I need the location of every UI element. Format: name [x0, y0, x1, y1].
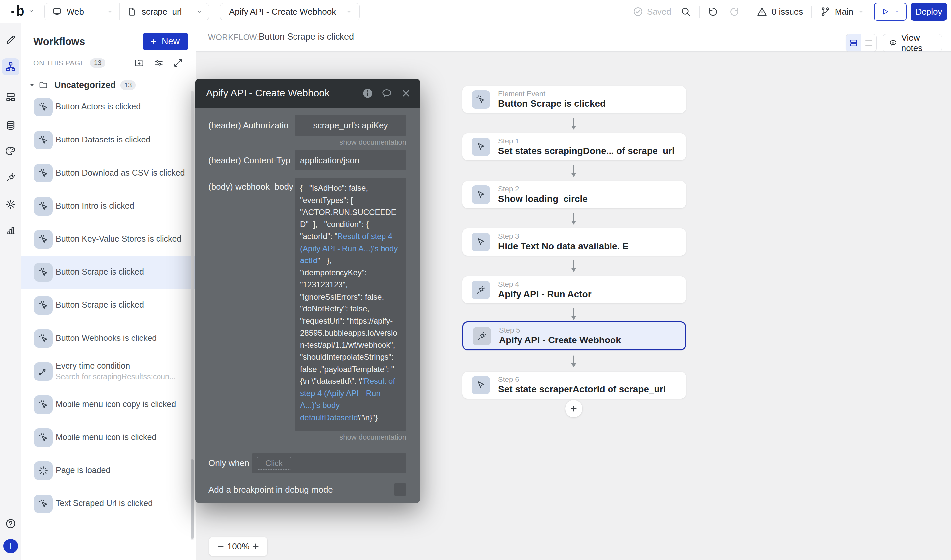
filter-sliders-icon[interactable] [153, 57, 164, 68]
help-button[interactable] [4, 517, 17, 530]
node-step-1[interactable]: Step 1 Set states scrapingDone... of scr… [462, 133, 686, 160]
backend-tab[interactable] [4, 91, 17, 103]
top-bar-actions: Saved 0 issues Main Deploy [632, 0, 951, 23]
node-kind: Step 2 [498, 185, 519, 193]
node-step-2[interactable]: Step 2 Show loading_circle [462, 181, 686, 208]
workflow-title: Button Scrape is clicked [259, 32, 354, 42]
undo-icon[interactable] [707, 6, 719, 17]
node-element-event[interactable]: Element Event Button Scrape is clicked [462, 86, 686, 113]
workflow-item[interactable]: Mobile menu icon copy is clicked [21, 388, 196, 421]
page-load-icon [34, 462, 52, 480]
close-icon[interactable] [400, 87, 412, 99]
workflow-item-label: Mobile menu icon is clicked [56, 432, 156, 442]
zoom-in-button[interactable] [251, 542, 261, 551]
search-icon[interactable] [680, 6, 691, 17]
only-when-input[interactable]: Click [252, 453, 406, 473]
bar-chart-icon [5, 225, 16, 236]
workflow-item-label: Button Datasets is clicked [56, 135, 150, 145]
issues-indicator[interactable]: 0 issues [756, 6, 803, 17]
info-icon[interactable] [362, 87, 374, 99]
settings-tab[interactable] [4, 198, 17, 211]
platform-selector[interactable]: Web [45, 3, 120, 20]
node-step-4[interactable]: Step 4 Apify API - Run Actor [462, 276, 686, 303]
workflow-item[interactable]: Mobile menu icon is clicked [21, 421, 196, 454]
workflow-item[interactable]: Button Datasets is clicked [21, 124, 196, 157]
chevron-down-icon [857, 8, 865, 15]
logs-tab[interactable] [4, 224, 17, 237]
workflow-item[interactable]: Text Scraped Url is clicked [21, 487, 196, 520]
preview-button[interactable] [874, 3, 907, 21]
add-folder-icon[interactable] [134, 57, 145, 68]
connector-arrow-icon [569, 308, 578, 321]
panel-scrollbar-thumb[interactable] [191, 459, 194, 538]
plus-icon [149, 37, 158, 46]
show-documentation-link[interactable]: show documentation [340, 433, 406, 442]
field-webhook-body[interactable]: { "isAdHoc": false, "eventTypes": [ "ACT… [295, 177, 406, 431]
zoom-out-button[interactable] [216, 542, 226, 551]
branch-selector[interactable]: Main [820, 6, 865, 17]
modal-header[interactable]: Apify API - Create Webhook [195, 78, 420, 108]
question-circle-icon [5, 518, 17, 529]
field-label-authorization: (header) Authorizatio [208, 120, 288, 131]
add-step-button[interactable] [565, 400, 582, 417]
folder-name: Uncategorized [54, 80, 116, 90]
expand-icon[interactable] [173, 57, 184, 68]
cards-view-icon [849, 38, 859, 48]
workflow-item[interactable]: Button Intro is clicked [21, 190, 196, 223]
node-step-3[interactable]: Step 3 Hide Text No data available. E [462, 228, 686, 255]
save-status-label: Saved [647, 7, 672, 17]
panel-scrollbar[interactable] [191, 91, 194, 540]
styles-tab[interactable] [4, 145, 17, 157]
notes-bubble-icon [889, 38, 897, 48]
workflow-item[interactable]: Button Scrape is clicked [21, 289, 196, 322]
workflow-item[interactable]: Button Key-Value Stores is clicked [21, 223, 196, 256]
list-view-button[interactable] [861, 34, 877, 51]
field-content-type[interactable]: application/json [295, 151, 406, 170]
dynamic-expression[interactable]: scrape_url's apiKey [313, 120, 388, 131]
cursor-icon [471, 185, 490, 204]
new-workflow-button[interactable]: New [143, 33, 188, 50]
show-documentation-link[interactable]: show documentation [340, 138, 406, 147]
scope-row: ON THIS PAGE 13 [33, 58, 105, 68]
bubble-logo-menu[interactable]: b [11, 3, 35, 18]
redo-icon[interactable] [729, 6, 740, 17]
data-tab[interactable] [4, 119, 17, 132]
workflow-action-selector[interactable]: Apify API - Create Webhook [220, 3, 360, 20]
cursor-icon [471, 137, 490, 156]
divider [5, 78, 17, 79]
field-authorization[interactable]: scrape_url's apiKey [295, 115, 406, 135]
workflow-item[interactable]: Button Webhooks is clicked [21, 322, 196, 355]
node-step-6[interactable]: Step 6 Set state scraperActorId of scrap… [462, 372, 686, 398]
caret-down-icon[interactable] [28, 81, 36, 89]
deploy-label: Deploy [915, 7, 942, 17]
node-step-5-selected[interactable]: Step 5 Apify API - Create Webhook [462, 322, 686, 351]
workflow-item-label: Button Actors is clicked [56, 102, 140, 111]
support-beacon-button[interactable]: I [3, 539, 18, 553]
workflow-item[interactable]: Button Download as CSV is clicked [21, 157, 196, 190]
design-tab[interactable] [4, 34, 17, 46]
only-when-placeholder[interactable]: Click [257, 457, 291, 470]
workflow-item[interactable]: Every time conditionSearch for scrapingR… [21, 355, 196, 388]
workflow-item[interactable]: Page is loaded [21, 454, 196, 487]
comment-icon[interactable] [381, 87, 393, 99]
node-title: Show loading_circle [498, 194, 588, 204]
element-click-icon [34, 495, 52, 513]
field-label-content-type: (header) Content-Typ [208, 155, 290, 166]
bubble-editor: b Web scrape_url Apify API - Create Webh… [0, 0, 951, 560]
page-selector[interactable]: scrape_url [120, 3, 209, 20]
element-click-icon [34, 230, 52, 249]
plugins-tab[interactable] [4, 171, 17, 184]
modal-header-icons [362, 87, 412, 99]
cards-view-button[interactable] [846, 34, 861, 51]
workflow-item-selected[interactable]: Button Scrape is clicked [21, 256, 196, 289]
deploy-button[interactable]: Deploy [911, 3, 947, 21]
workflow-item[interactable]: Button Actors is clicked [21, 91, 196, 124]
element-click-icon [34, 329, 52, 348]
element-click-icon [34, 98, 52, 116]
page-selector-group: Web scrape_url [44, 3, 209, 20]
cursor-icon [471, 233, 490, 251]
workflow-tab[interactable] [4, 60, 17, 73]
condition-icon [34, 362, 52, 381]
view-notes-button[interactable]: View notes [883, 34, 942, 52]
breakpoint-checkbox[interactable] [394, 483, 406, 495]
